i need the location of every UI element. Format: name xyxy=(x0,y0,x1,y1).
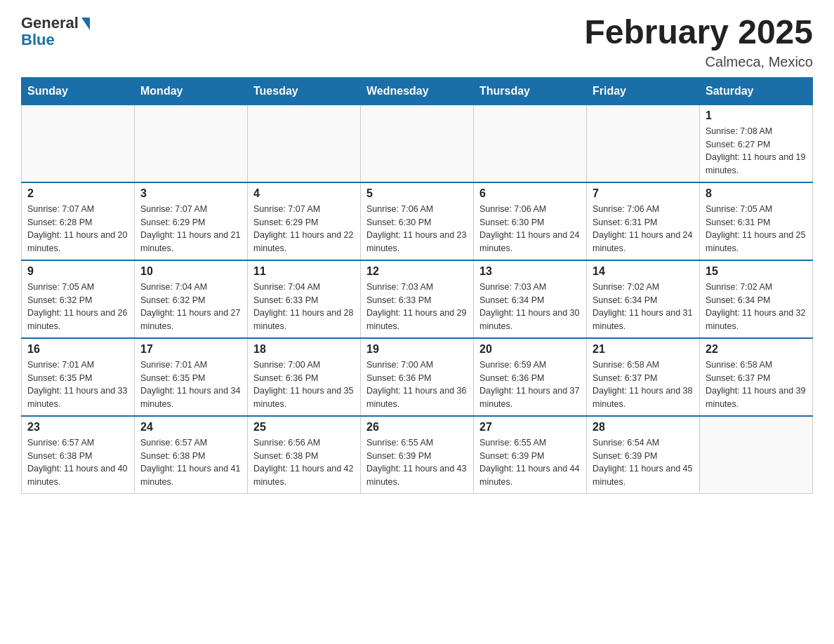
day-info: Sunrise: 7:02 AMSunset: 6:34 PMDaylight:… xyxy=(593,281,694,333)
calendar-week-4: 16Sunrise: 7:01 AMSunset: 6:35 PMDayligh… xyxy=(22,338,813,416)
day-info: Sunrise: 7:03 AMSunset: 6:33 PMDaylight:… xyxy=(366,281,468,333)
day-info: Sunrise: 7:02 AMSunset: 6:34 PMDaylight:… xyxy=(706,281,807,333)
logo: General Blue xyxy=(21,14,90,49)
day-number: 15 xyxy=(706,265,807,278)
day-info: Sunrise: 6:57 AMSunset: 6:38 PMDaylight:… xyxy=(27,436,128,489)
calendar-cell: 23Sunrise: 6:57 AMSunset: 6:38 PMDayligh… xyxy=(22,416,135,494)
day-number: 24 xyxy=(140,421,241,434)
title-section: February 2025 Calmeca, Mexico xyxy=(584,14,813,70)
day-number: 3 xyxy=(140,187,241,200)
day-info: Sunrise: 6:54 AMSunset: 6:39 PMDaylight:… xyxy=(593,436,694,489)
day-info: Sunrise: 7:07 AMSunset: 6:29 PMDaylight:… xyxy=(253,203,355,255)
day-info: Sunrise: 6:58 AMSunset: 6:37 PMDaylight:… xyxy=(593,358,694,411)
day-number: 6 xyxy=(479,187,581,200)
day-number: 10 xyxy=(140,265,241,278)
calendar-cell: 16Sunrise: 7:01 AMSunset: 6:35 PMDayligh… xyxy=(22,338,135,416)
day-number: 26 xyxy=(366,421,468,434)
calendar-cell: 15Sunrise: 7:02 AMSunset: 6:34 PMDayligh… xyxy=(700,260,813,338)
day-info: Sunrise: 7:06 AMSunset: 6:31 PMDaylight:… xyxy=(593,203,694,255)
calendar-cell: 27Sunrise: 6:55 AMSunset: 6:39 PMDayligh… xyxy=(474,416,587,494)
day-info: Sunrise: 7:04 AMSunset: 6:33 PMDaylight:… xyxy=(253,281,355,333)
day-info: Sunrise: 6:59 AMSunset: 6:36 PMDaylight:… xyxy=(479,358,581,411)
day-info: Sunrise: 7:07 AMSunset: 6:29 PMDaylight:… xyxy=(140,203,241,255)
calendar-cell: 14Sunrise: 7:02 AMSunset: 6:34 PMDayligh… xyxy=(587,260,700,338)
calendar-cell: 8Sunrise: 7:05 AMSunset: 6:31 PMDaylight… xyxy=(700,182,813,260)
day-number: 2 xyxy=(27,187,128,200)
day-number: 14 xyxy=(593,265,694,278)
day-info: Sunrise: 6:55 AMSunset: 6:39 PMDaylight:… xyxy=(366,436,468,489)
day-number: 9 xyxy=(27,265,128,278)
day-info: Sunrise: 7:00 AMSunset: 6:36 PMDaylight:… xyxy=(253,358,355,411)
month-title: February 2025 xyxy=(584,14,813,51)
calendar-cell: 10Sunrise: 7:04 AMSunset: 6:32 PMDayligh… xyxy=(135,260,248,338)
page-header: General Blue February 2025 Calmeca, Mexi… xyxy=(21,14,813,70)
day-info: Sunrise: 7:07 AMSunset: 6:28 PMDaylight:… xyxy=(27,203,128,255)
weekday-row: SundayMondayTuesdayWednesdayThursdayFrid… xyxy=(22,77,813,105)
day-number: 12 xyxy=(366,265,468,278)
calendar-cell: 3Sunrise: 7:07 AMSunset: 6:29 PMDaylight… xyxy=(135,182,248,260)
day-info: Sunrise: 7:01 AMSunset: 6:35 PMDaylight:… xyxy=(27,358,128,411)
day-number: 21 xyxy=(593,343,694,356)
logo-arrow-icon xyxy=(81,18,90,30)
calendar-cell: 9Sunrise: 7:05 AMSunset: 6:32 PMDaylight… xyxy=(22,260,135,338)
calendar-cell: 22Sunrise: 6:58 AMSunset: 6:37 PMDayligh… xyxy=(700,338,813,416)
day-info: Sunrise: 7:05 AMSunset: 6:32 PMDaylight:… xyxy=(27,281,128,333)
day-info: Sunrise: 7:04 AMSunset: 6:32 PMDaylight:… xyxy=(140,281,241,333)
day-number: 23 xyxy=(27,421,128,434)
weekday-header-saturday: Saturday xyxy=(700,77,813,105)
weekday-header-thursday: Thursday xyxy=(474,77,587,105)
day-info: Sunrise: 7:06 AMSunset: 6:30 PMDaylight:… xyxy=(479,203,581,255)
calendar-cell: 13Sunrise: 7:03 AMSunset: 6:34 PMDayligh… xyxy=(474,260,587,338)
day-number: 16 xyxy=(27,343,128,356)
weekday-header-friday: Friday xyxy=(587,77,700,105)
day-number: 4 xyxy=(253,187,355,200)
calendar-cell xyxy=(248,105,361,182)
day-number: 28 xyxy=(593,421,694,434)
calendar-week-1: 1Sunrise: 7:08 AMSunset: 6:27 PMDaylight… xyxy=(22,105,813,182)
calendar-week-5: 23Sunrise: 6:57 AMSunset: 6:38 PMDayligh… xyxy=(22,416,813,494)
day-number: 1 xyxy=(706,109,807,122)
calendar-cell: 25Sunrise: 6:56 AMSunset: 6:38 PMDayligh… xyxy=(248,416,361,494)
calendar-cell: 6Sunrise: 7:06 AMSunset: 6:30 PMDaylight… xyxy=(474,182,587,260)
calendar-header: SundayMondayTuesdayWednesdayThursdayFrid… xyxy=(22,77,813,105)
calendar-cell: 4Sunrise: 7:07 AMSunset: 6:29 PMDaylight… xyxy=(248,182,361,260)
calendar-table: SundayMondayTuesdayWednesdayThursdayFrid… xyxy=(21,77,813,494)
day-number: 25 xyxy=(253,421,355,434)
day-info: Sunrise: 6:55 AMSunset: 6:39 PMDaylight:… xyxy=(479,436,581,489)
weekday-header-monday: Monday xyxy=(135,77,248,105)
calendar-cell: 11Sunrise: 7:04 AMSunset: 6:33 PMDayligh… xyxy=(248,260,361,338)
day-info: Sunrise: 7:06 AMSunset: 6:30 PMDaylight:… xyxy=(366,203,468,255)
day-info: Sunrise: 6:56 AMSunset: 6:38 PMDaylight:… xyxy=(253,436,355,489)
location-text: Calmeca, Mexico xyxy=(584,54,813,70)
weekday-header-sunday: Sunday xyxy=(22,77,135,105)
calendar-cell: 1Sunrise: 7:08 AMSunset: 6:27 PMDaylight… xyxy=(700,105,813,182)
calendar-cell: 2Sunrise: 7:07 AMSunset: 6:28 PMDaylight… xyxy=(22,182,135,260)
day-info: Sunrise: 7:00 AMSunset: 6:36 PMDaylight:… xyxy=(366,358,468,411)
calendar-cell: 21Sunrise: 6:58 AMSunset: 6:37 PMDayligh… xyxy=(587,338,700,416)
calendar-cell: 5Sunrise: 7:06 AMSunset: 6:30 PMDaylight… xyxy=(361,182,474,260)
calendar-body: 1Sunrise: 7:08 AMSunset: 6:27 PMDaylight… xyxy=(22,105,813,493)
calendar-cell: 18Sunrise: 7:00 AMSunset: 6:36 PMDayligh… xyxy=(248,338,361,416)
logo-blue-text: Blue xyxy=(21,31,55,49)
day-info: Sunrise: 7:03 AMSunset: 6:34 PMDaylight:… xyxy=(479,281,581,333)
calendar-cell: 7Sunrise: 7:06 AMSunset: 6:31 PMDaylight… xyxy=(587,182,700,260)
day-number: 19 xyxy=(366,343,468,356)
day-number: 11 xyxy=(253,265,355,278)
calendar-cell xyxy=(587,105,700,182)
day-number: 27 xyxy=(479,421,581,434)
calendar-cell: 26Sunrise: 6:55 AMSunset: 6:39 PMDayligh… xyxy=(361,416,474,494)
day-info: Sunrise: 6:57 AMSunset: 6:38 PMDaylight:… xyxy=(140,436,241,489)
day-info: Sunrise: 7:05 AMSunset: 6:31 PMDaylight:… xyxy=(706,203,807,255)
calendar-cell: 20Sunrise: 6:59 AMSunset: 6:36 PMDayligh… xyxy=(474,338,587,416)
calendar-cell: 17Sunrise: 7:01 AMSunset: 6:35 PMDayligh… xyxy=(135,338,248,416)
calendar-cell: 12Sunrise: 7:03 AMSunset: 6:33 PMDayligh… xyxy=(361,260,474,338)
weekday-header-wednesday: Wednesday xyxy=(361,77,474,105)
day-number: 5 xyxy=(366,187,468,200)
calendar-cell xyxy=(361,105,474,182)
day-number: 22 xyxy=(706,343,807,356)
calendar-cell: 24Sunrise: 6:57 AMSunset: 6:38 PMDayligh… xyxy=(135,416,248,494)
day-number: 17 xyxy=(140,343,241,356)
day-info: Sunrise: 6:58 AMSunset: 6:37 PMDaylight:… xyxy=(706,358,807,411)
day-number: 20 xyxy=(479,343,581,356)
day-number: 13 xyxy=(479,265,581,278)
